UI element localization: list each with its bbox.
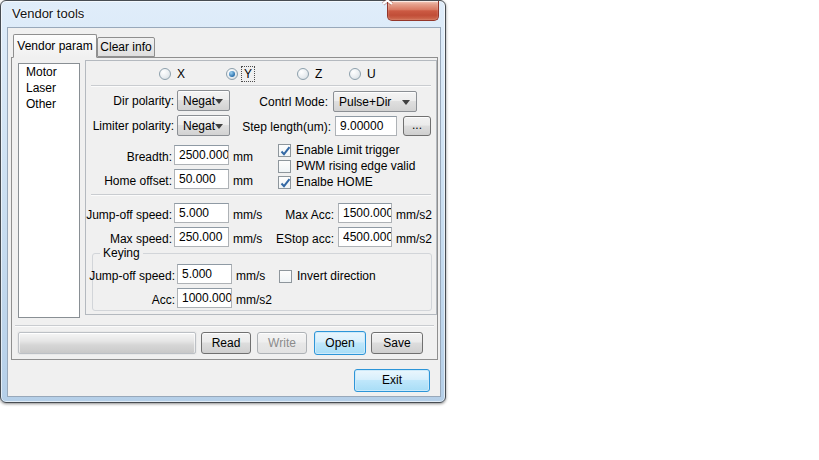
sidebar-item-motor[interactable]: Motor bbox=[19, 64, 79, 80]
sidebar-item-other[interactable]: Other bbox=[19, 96, 79, 112]
home-offset-input[interactable] bbox=[174, 169, 229, 189]
progress-bar bbox=[18, 332, 196, 354]
keying-group: Keying Jump-off speed: mm/s Invert direc… bbox=[92, 253, 432, 311]
keying-jump-off-speed-input[interactable] bbox=[177, 264, 232, 284]
enable-limit-trigger-checkbox[interactable]: Enable Limit trigger bbox=[278, 143, 399, 157]
checkbox-icon bbox=[278, 160, 291, 173]
tab-vendor-param[interactable]: Vendor param bbox=[13, 34, 97, 58]
radio-circle-icon bbox=[226, 68, 238, 80]
keying-acc-unit: mm/s2 bbox=[236, 290, 272, 310]
max-speed-input[interactable] bbox=[174, 227, 229, 247]
enable-home-checkbox[interactable]: Enalbe HOME bbox=[278, 175, 373, 189]
separator bbox=[91, 85, 431, 87]
window-title: Vendor tools bbox=[12, 6, 84, 21]
contrl-mode-label: Contrl Mode: bbox=[236, 92, 328, 112]
estop-acc-unit: mm/s2 bbox=[396, 229, 432, 249]
radio-axis-y[interactable]: Y bbox=[226, 67, 254, 81]
max-acc-unit: mm/s2 bbox=[396, 205, 432, 225]
jump-off-speed-label: Jump-off speed: bbox=[86, 205, 172, 225]
estop-acc-input[interactable] bbox=[338, 227, 392, 247]
keying-acc-input[interactable] bbox=[177, 288, 232, 308]
checkbox-icon bbox=[278, 144, 291, 157]
keying-jump-off-speed-label: Jump-off speed: bbox=[89, 266, 175, 286]
contrl-mode-select[interactable]: Pulse+Dir bbox=[333, 91, 417, 112]
save-button[interactable]: Save bbox=[371, 332, 423, 354]
close-button[interactable] bbox=[387, 1, 439, 21]
sidebar-item-laser[interactable]: Laser bbox=[19, 80, 79, 96]
separator bbox=[91, 194, 431, 196]
titlebar[interactable]: Vendor tools bbox=[1, 1, 445, 27]
exit-button[interactable]: Exit bbox=[354, 369, 430, 392]
vendor-tools-window: Vendor tools Vendor param Clear info Mot… bbox=[0, 0, 446, 403]
home-offset-label: Home offset: bbox=[86, 171, 172, 191]
estop-acc-label: EStop acc: bbox=[256, 229, 334, 249]
radio-circle-icon bbox=[159, 68, 171, 80]
limiter-polarity-select[interactable]: Negat bbox=[177, 115, 230, 136]
radio-axis-x[interactable]: X bbox=[159, 67, 187, 81]
max-acc-input[interactable] bbox=[338, 203, 392, 223]
invert-direction-checkbox[interactable]: Invert direction bbox=[279, 269, 376, 283]
checkbox-icon bbox=[279, 270, 292, 283]
dir-polarity-label: Dir polarity: bbox=[86, 91, 174, 111]
radio-circle-icon bbox=[349, 68, 361, 80]
keying-acc-label: Acc: bbox=[89, 290, 175, 310]
chevron-down-icon bbox=[215, 99, 223, 104]
category-listbox[interactable]: Motor Laser Other bbox=[18, 63, 80, 318]
separator bbox=[15, 325, 434, 327]
step-length-label: Step length(um): bbox=[236, 117, 331, 137]
tab-clear-info[interactable]: Clear info bbox=[97, 37, 155, 57]
open-button[interactable]: Open bbox=[314, 331, 366, 355]
checkbox-icon bbox=[278, 176, 291, 189]
breadth-label: Breadth: bbox=[86, 147, 172, 167]
keying-group-title: Keying bbox=[100, 246, 143, 260]
step-length-browse-button[interactable]: ... bbox=[403, 116, 431, 136]
vendor-param-page: Motor Laser Other X Y Z bbox=[11, 57, 438, 360]
jump-off-speed-input[interactable] bbox=[174, 203, 229, 223]
keying-jump-off-speed-unit: mm/s bbox=[236, 266, 265, 286]
radio-axis-z[interactable]: Z bbox=[297, 67, 324, 81]
radio-axis-u[interactable]: U bbox=[349, 67, 378, 81]
step-length-input[interactable] bbox=[335, 116, 397, 136]
radio-circle-icon bbox=[297, 68, 309, 80]
write-button[interactable]: Write bbox=[257, 332, 307, 354]
breadth-input[interactable] bbox=[174, 145, 229, 165]
dialog-client-area: Vendor param Clear info Motor Laser Othe… bbox=[7, 27, 441, 397]
dir-polarity-select[interactable]: Negat bbox=[177, 90, 230, 111]
home-offset-unit: mm bbox=[233, 171, 253, 191]
chevron-down-icon bbox=[215, 124, 223, 129]
breadth-unit: mm bbox=[233, 147, 253, 167]
max-acc-label: Max Acc: bbox=[256, 205, 334, 225]
read-button[interactable]: Read bbox=[201, 332, 251, 354]
chevron-down-icon bbox=[402, 100, 410, 105]
limiter-polarity-label: Limiter polarity: bbox=[86, 116, 174, 136]
axis-param-panel: X Y Z U Dir polarity: Negat bbox=[85, 60, 437, 315]
pwm-rising-edge-checkbox[interactable]: PWM rising edge valid bbox=[278, 159, 415, 173]
